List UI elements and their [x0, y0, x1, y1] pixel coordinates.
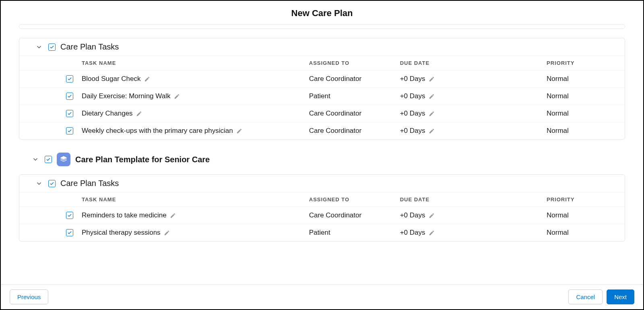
- pencil-icon[interactable]: [429, 229, 435, 236]
- priority: Normal: [547, 75, 613, 83]
- task-name: Reminders to take medicine: [82, 211, 167, 219]
- section-title: Care Plan Tasks: [60, 42, 119, 52]
- task-name: Daily Exercise: Morning Walk: [82, 92, 170, 100]
- task-name: Weekly check-ups with the primary care p…: [82, 127, 233, 135]
- task-name: Physical therapy sessions: [82, 229, 161, 237]
- pencil-icon[interactable]: [429, 76, 435, 82]
- columns-header: TASK NAME ASSIGNED TO DUE DATE PRIORITY: [19, 56, 625, 70]
- row-select-checkbox[interactable]: [66, 75, 73, 83]
- assigned-to: Care Coordinator: [309, 127, 400, 135]
- pencil-icon[interactable]: [429, 110, 435, 117]
- content-scroll[interactable]: Care Plan Tasks TASK NAME ASSIGNED TO DU…: [1, 24, 643, 284]
- care-plan-tasks-card-1: Care Plan Tasks TASK NAME ASSIGNED TO DU…: [19, 38, 625, 140]
- row-select-checkbox[interactable]: [66, 127, 73, 134]
- chevron-down-icon[interactable]: [31, 155, 40, 164]
- row-select-checkbox[interactable]: [66, 229, 73, 236]
- due-date: +0 Days: [400, 127, 425, 135]
- due-date: +0 Days: [400, 75, 425, 83]
- page-title: New Care Plan: [1, 1, 643, 24]
- due-date: +0 Days: [400, 229, 425, 237]
- col-priority: PRIORITY: [547, 60, 613, 66]
- table-row: Weekly check-ups with the primary care p…: [19, 122, 625, 139]
- section-select-checkbox[interactable]: [48, 43, 56, 51]
- table-row: Dietary ChangesCare Coordinator+0 DaysNo…: [19, 105, 625, 122]
- section-header: Care Plan Tasks: [19, 175, 625, 192]
- template-select-checkbox[interactable]: [45, 156, 52, 163]
- priority: Normal: [547, 110, 613, 118]
- section-header: Care Plan Tasks: [19, 38, 625, 56]
- due-date: +0 Days: [400, 211, 425, 219]
- task-rows: Blood Sugar CheckCare Coordinator+0 Days…: [19, 70, 625, 139]
- priority: Normal: [547, 92, 613, 100]
- priority: Normal: [547, 211, 613, 219]
- care-plan-tasks-card-2: Care Plan Tasks TASK NAME ASSIGNED TO DU…: [19, 174, 625, 242]
- table-row: Physical therapy sessionsPatient+0 DaysN…: [19, 224, 625, 241]
- pencil-icon[interactable]: [429, 93, 435, 99]
- assigned-to: Care Coordinator: [309, 110, 400, 118]
- pencil-icon[interactable]: [429, 128, 435, 134]
- section-select-checkbox[interactable]: [48, 180, 56, 187]
- assigned-to: Care Coordinator: [309, 211, 400, 219]
- col-assigned-to: ASSIGNED TO: [309, 196, 400, 203]
- due-date: +0 Days: [400, 92, 425, 100]
- col-priority: PRIORITY: [547, 196, 613, 203]
- priority: Normal: [547, 229, 613, 237]
- col-task-name: TASK NAME: [82, 196, 309, 203]
- task-name: Dietary Changes: [82, 110, 133, 118]
- task-name: Blood Sugar Check: [82, 75, 140, 83]
- table-row: Daily Exercise: Morning WalkPatient+0 Da…: [19, 88, 625, 105]
- next-button[interactable]: Next: [607, 289, 634, 304]
- pencil-icon[interactable]: [173, 93, 180, 99]
- row-select-checkbox[interactable]: [66, 93, 73, 100]
- table-row: Reminders to take medicineCare Coordinat…: [19, 207, 625, 224]
- task-rows: Reminders to take medicineCare Coordinat…: [19, 207, 625, 241]
- table-row: Blood Sugar CheckCare Coordinator+0 Days…: [19, 70, 625, 88]
- chevron-down-icon[interactable]: [35, 43, 43, 52]
- pencil-icon[interactable]: [236, 128, 243, 134]
- col-due-date: DUE DATE: [400, 196, 547, 203]
- pencil-icon[interactable]: [170, 212, 176, 219]
- chevron-down-icon[interactable]: [35, 179, 43, 188]
- pencil-icon[interactable]: [136, 110, 142, 117]
- pencil-icon[interactable]: [144, 76, 150, 82]
- layers-icon: [57, 153, 70, 166]
- section-title: Care Plan Tasks: [60, 179, 119, 188]
- col-task-name: TASK NAME: [82, 60, 309, 66]
- pencil-icon[interactable]: [429, 212, 435, 219]
- template-header-senior-care: Care Plan Template for Senior Care: [19, 149, 625, 170]
- col-assigned-to: ASSIGNED TO: [309, 60, 400, 66]
- previous-button[interactable]: Previous: [10, 289, 48, 304]
- priority: Normal: [547, 127, 613, 135]
- row-select-checkbox[interactable]: [66, 110, 73, 117]
- assigned-to: Patient: [309, 92, 400, 100]
- due-date: +0 Days: [400, 110, 425, 118]
- assigned-to: Care Coordinator: [309, 75, 400, 83]
- pencil-icon[interactable]: [164, 229, 170, 236]
- template-title: Care Plan Template for Senior Care: [75, 155, 210, 164]
- row-select-checkbox[interactable]: [66, 212, 73, 219]
- assigned-to: Patient: [309, 229, 400, 237]
- cancel-button[interactable]: Cancel: [568, 289, 603, 304]
- modal-footer: Previous Cancel Next: [1, 284, 643, 309]
- columns-header: TASK NAME ASSIGNED TO DUE DATE PRIORITY: [19, 192, 625, 207]
- col-due-date: DUE DATE: [400, 60, 547, 66]
- previous-card-fragment: [19, 24, 625, 29]
